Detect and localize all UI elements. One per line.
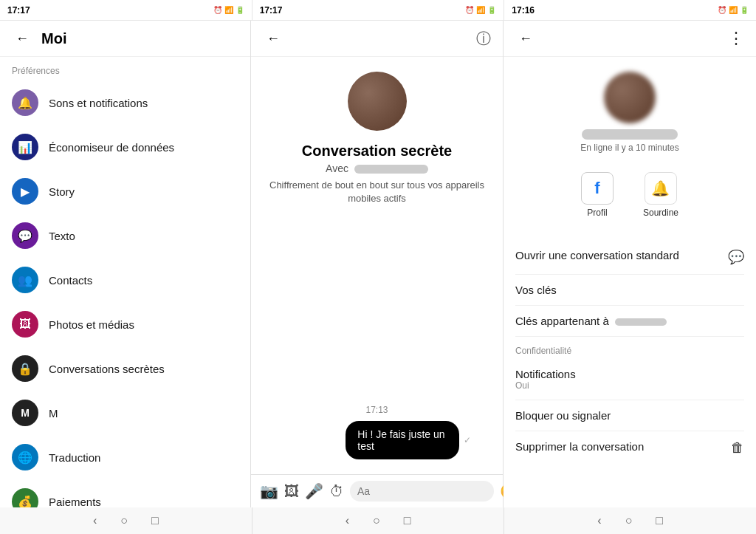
mic-icon[interactable]: 🎤 — [305, 482, 323, 500]
settings-item-contacts[interactable]: 👥 Contacts — [0, 258, 250, 302]
profile-header: ← ⋮ — [504, 21, 756, 57]
settings-header: ← Moi — [0, 21, 250, 57]
settings-item-conversations-secretes[interactable]: 🔒 Conversations secrètes — [0, 346, 250, 391]
alarm-icon-3: ⏰ — [718, 6, 726, 14]
battery-icon-2: 🔋 — [487, 6, 496, 14]
conversation-description: Chiffrement de bout en bout sur tous vos… — [266, 179, 488, 205]
bloquer-label: Bloquer ou signaler — [515, 409, 744, 422]
paiements-label: Paiements — [49, 496, 238, 508]
settings-back-button[interactable]: ← — [12, 28, 32, 49]
time-2: 17:17 — [260, 5, 283, 16]
conversation-title: Conversation secrète — [302, 143, 452, 160]
settings-item-traduction[interactable]: 🌐 Traduction — [0, 435, 250, 479]
nav-home-1[interactable]: ○ — [120, 514, 128, 527]
status-bar-3: 17:16 ⏰ 📶 🔋 — [504, 0, 756, 20]
input-bar: 📷 🖼 🎤 ⏱ 😊 👍 — [251, 474, 503, 507]
nav-back-1[interactable]: ‹ — [93, 514, 97, 527]
menu-item-notifications[interactable]: Notifications Oui — [515, 359, 744, 400]
settings-item-paiements[interactable]: 💰 Paiements — [0, 479, 250, 507]
status-icons-2: ⏰ 📶 🔋 — [465, 6, 496, 14]
nav-square-1[interactable]: □ — [151, 514, 159, 527]
nav-home-2[interactable]: ○ — [373, 514, 380, 527]
nav-back-3[interactable]: ‹ — [597, 514, 601, 527]
alarm-icon: ⏰ — [213, 6, 222, 14]
paiements-icon: 💰 — [12, 488, 38, 507]
conversation-avec: Avec — [326, 162, 428, 174]
settings-item-sons[interactable]: 🔔 Sons et notifications — [0, 81, 250, 125]
menu-item-cles-appartenant[interactable]: Clés appartenant à — [515, 306, 744, 337]
menu-item-vos-cles[interactable]: Vos clés — [515, 275, 744, 306]
camera-icon[interactable]: 📷 — [260, 482, 278, 500]
navigation-bars: ‹ ○ □ ‹ ○ □ ‹ ○ □ — [0, 507, 756, 534]
bloquer-text: Bloquer ou signaler — [515, 409, 744, 422]
settings-panel: ← Moi Préférences 🔔 Sons et notification… — [0, 21, 251, 507]
conversation-standard-icon: 💬 — [728, 249, 744, 265]
settings-title: Moi — [41, 30, 66, 47]
texto-label: Texto — [49, 230, 238, 242]
notifications-text: Notifications Oui — [515, 368, 744, 391]
conversation-contact-name — [354, 165, 428, 174]
cles-appartenant-text: Clés appartenant à — [515, 315, 744, 327]
settings-item-data[interactable]: 📊 Économiseur de données — [0, 125, 250, 169]
sons-icon: 🔔 — [12, 89, 38, 116]
traduction-label: Traduction — [49, 451, 238, 464]
more-options-icon[interactable]: ⋮ — [728, 29, 744, 48]
settings-item-photos[interactable]: 🖼 Photos et médias — [0, 302, 250, 346]
nav-square-3[interactable]: □ — [656, 514, 663, 527]
confidentialite-section-label: Confidentialité — [515, 337, 744, 359]
menu-item-supprimer[interactable]: Supprimer la conversation 🗑 — [515, 431, 744, 465]
mute-icon: 🔔 — [645, 172, 677, 205]
settings-item-texto[interactable]: 💬 Texto — [0, 213, 250, 258]
supprimer-text: Supprimer la conversation — [515, 440, 725, 453]
profile-status: En ligne il y a 10 minutes — [580, 143, 678, 153]
profil-label: Profil — [587, 208, 607, 218]
alarm-icon-2: ⏰ — [465, 6, 474, 14]
message-text: Hi ! Je fais juste un test — [357, 428, 447, 452]
conversation-header-icons: ⓘ — [476, 29, 491, 49]
main-panels: ← Moi Préférences 🔔 Sons et notification… — [0, 21, 756, 507]
message-bubble: Hi ! Je fais juste un test — [346, 421, 459, 459]
data-icon: 📊 — [12, 134, 38, 160]
conversation-header: ← ⓘ — [251, 21, 503, 57]
image-icon[interactable]: 🖼 — [284, 483, 299, 500]
photos-label: Photos et médias — [49, 318, 238, 331]
profile-name-blurred — [582, 129, 678, 140]
settings-item-story[interactable]: ▶ Story — [0, 169, 250, 213]
profile-action-profil[interactable]: f Profil — [581, 172, 614, 218]
settings-item-m[interactable]: M M — [0, 391, 250, 435]
photos-icon: 🖼 — [12, 311, 38, 338]
secrets-label: Conversations secrètes — [49, 363, 238, 375]
profile-action-sourdine[interactable]: 🔔 Sourdine — [643, 172, 678, 218]
menu-item-ouvrir-conversation[interactable]: Ouvrir une conversation standard 💬 — [515, 240, 744, 275]
timer-icon[interactable]: ⏱ — [329, 483, 344, 500]
facebook-profile-icon: f — [581, 172, 614, 205]
profile-avatar-section: En ligne il y a 10 minutes — [515, 72, 744, 153]
profile-back-button[interactable]: ← — [515, 28, 536, 49]
conversation-back-button[interactable]: ← — [263, 28, 284, 49]
nav-bar-3: ‹ ○ □ — [504, 507, 756, 534]
conversation-panel: ← ⓘ Conversation secrète Avec Chiffremen… — [251, 21, 504, 507]
time-1: 17:17 — [7, 5, 30, 16]
notifications-label: Notifications — [515, 368, 744, 380]
story-icon: ▶ — [12, 178, 38, 205]
notifications-sub: Oui — [515, 380, 744, 391]
nav-square-2[interactable]: □ — [404, 514, 411, 527]
message-check-icon: ✓ — [464, 435, 471, 445]
menu-item-bloquer[interactable]: Bloquer ou signaler — [515, 400, 744, 431]
texto-icon: 💬 — [12, 222, 38, 249]
contacts-icon: 👥 — [12, 267, 38, 293]
vos-cles-label: Vos clés — [515, 284, 744, 296]
status-bars: 17:17 ⏰ 📶 🔋 17:17 ⏰ 📶 🔋 17:16 ⏰ 📶 🔋 — [0, 0, 756, 21]
messages-area: 17:13 Hi ! Je fais juste un test ✓ — [266, 405, 488, 459]
conversation-avatar — [348, 72, 407, 131]
battery-icon: 🔋 — [236, 6, 244, 14]
cles-appartenant-label: Clés appartenant à — [515, 315, 744, 327]
story-label: Story — [49, 185, 238, 198]
nav-back-2[interactable]: ‹ — [346, 514, 349, 527]
nav-bar-1: ‹ ○ □ — [0, 507, 252, 534]
m-icon: M — [12, 400, 38, 426]
ouvrir-conversation-text: Ouvrir une conversation standard — [515, 249, 722, 261]
nav-home-3[interactable]: ○ — [625, 514, 633, 527]
message-input[interactable] — [350, 481, 494, 502]
info-icon[interactable]: ⓘ — [476, 29, 491, 49]
